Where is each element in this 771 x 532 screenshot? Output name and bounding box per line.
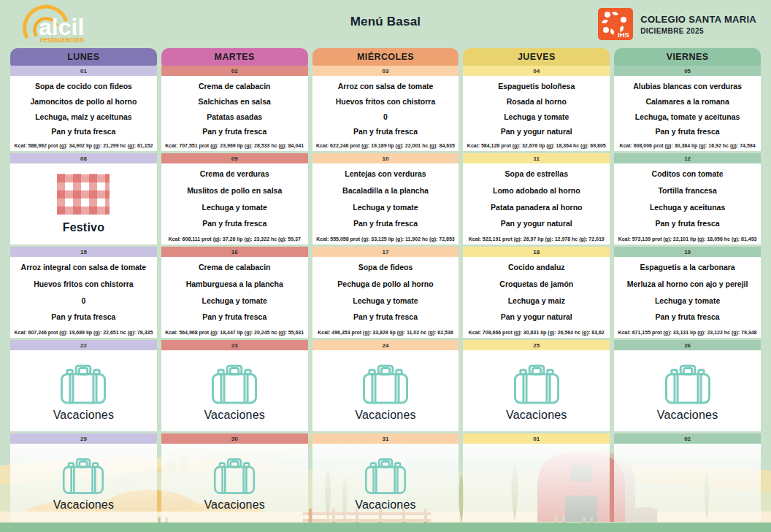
day-cell: 23Vacaciones [161,340,308,433]
vacaciones-label: Vacaciones [204,409,265,422]
vacaciones-label: Vacaciones [355,409,416,422]
day-cell: 16Crema de calabacinHamburguesa a la pla… [161,247,308,340]
menu-item: Sopa de fideos [315,263,456,272]
menu-item: Pan y fruta fresca [164,128,305,136]
menu-item: Pan y yogur natural [466,220,607,228]
menu-item: Pan y fruta fresca [617,128,758,136]
column-header-miercoles: MIÉRCOLES [312,48,459,66]
day-content [463,444,610,522]
menu-item: Salchichas en salsa [164,98,305,107]
day-cell: 05Alubias blancas con verdurasCalamares … [614,66,761,153]
day-number: 16 [161,247,308,257]
picnic-blanket-image [57,174,110,215]
nutrition-line: Kcal: 707,551 prot (g): 23,969 lip (g): … [164,143,305,148]
suitcase-icon [53,454,114,496]
day-number: 11 [463,153,610,163]
day-number: 04 [463,66,610,76]
page-header: alcil restauración Menú Basal IHS COLEGI… [0,0,771,45]
day-number: 09 [161,153,308,163]
festivo-label: Festivo [63,221,104,234]
day-number: 23 [161,340,308,350]
menu-item: Lechuga y tomate [617,297,758,306]
menu-item: Crema de verduras [164,170,305,179]
menu-item: Merluza al horno con ajo y perejil [617,280,758,289]
day-content: Espaguetis boloñesaRosada al hornoLechug… [463,76,610,151]
alcil-logo: alcil restauración [15,4,124,44]
day-content: Lentejas con verdurasBacaladilla a la pl… [312,163,459,244]
menu-item: Espaguetis boloñesa [466,82,607,91]
day-cell: 24Vacaciones [312,340,459,433]
menu-item: Rosada al horno [466,98,607,107]
menu-item: Sopa de cocido con fideos [13,82,154,91]
suitcase-icon [656,360,720,406]
menu-item: Lechuga y tomate [164,297,305,306]
menu-item: Lomo adobado al horno [466,187,607,196]
column-lunes: LUNES01Sopa de cocido con fideosJamoncit… [10,48,157,522]
menu-item: Pan y fruta fresca [315,313,456,322]
column-jueves: JUEVES04Espaguetis boloñesaRosada al hor… [463,48,610,522]
nutrition-line: Kcal: 708,666 prot (g): 30,831 lip (g): … [466,330,607,335]
menu-item: Arroz integral con salsa de tomate [13,263,154,272]
vacaciones-label: Vacaciones [204,498,265,512]
menu-item: Pan y fruta fresca [617,220,758,228]
day-content: Sopa de fideosPechuga de pollo al hornoL… [312,257,459,338]
vacaciones-label: Vacaciones [657,409,718,422]
menu-item: Tortilla francesa [617,187,758,196]
day-content: Crema de calabacinSalchichas en salsaPat… [161,76,308,151]
day-content: Cocido andaluzCroquetas de jamónLechuga … [463,257,610,338]
day-content: Crema de verdurasMuslitos de pollo en sa… [161,163,308,244]
day-cell: 09Crema de verdurasMuslitos de pollo en … [161,153,308,247]
day-number: 12 [614,153,761,163]
menu-item: Pan y fruta fresca [13,128,154,136]
day-number: 22 [10,340,157,350]
day-number: 24 [312,340,459,350]
day-number: 08 [10,153,157,163]
nutrition-line: Kcal: 588,992 prot (g): 34,902 lip (g): … [13,143,154,148]
day-cell: 31Vacaciones [312,433,459,522]
menu-item: Pan y fruta fresca [617,313,758,322]
menu-item: Pan y yogur natural [466,128,607,136]
menu-item: Pan y fruta fresca [164,220,305,228]
day-cell: 17Sopa de fideosPechuga de pollo al horn… [312,247,459,340]
day-number: 03 [312,66,459,76]
menu-item: Lechuga y tomate [315,297,456,306]
menu-item: Arroz con salsa de tomate [315,82,456,91]
menu-item: Patata panadera al horno [466,204,607,212]
nutrition-line: Kcal: 555,058 prot (g): 33,125 lip (g): … [315,236,456,242]
day-content: Vacaciones [463,350,610,431]
day-cell: 26Vacaciones [614,340,761,433]
menu-item: Espaguetis a la carbonara [617,263,758,272]
day-number: 25 [463,340,610,350]
menu-item: Muslitos de pollo en salsa [164,187,305,196]
ihs-emblem-icon: IHS [598,8,633,40]
day-content: Sopa de cocido con fideosJamoncitos de p… [10,76,157,151]
suitcase-icon [202,360,266,406]
nutrition-line: Kcal: 671,155 prot (g): 33,131 lip (g): … [617,330,758,335]
svg-text:IHS: IHS [618,31,629,39]
day-content: Festivo [10,163,157,244]
day-cell: 30Vacaciones [161,433,308,522]
nutrition-line: Kcal: 496,353 prot (g): 33,829 lip (g): … [315,330,456,335]
column-header-jueves: JUEVES [463,48,610,66]
day-cell: 19Espaguetis a la carbonaraMerluza al ho… [614,247,761,340]
day-number: 02 [161,66,308,76]
menu-item: Lechuga y maiz [466,297,607,306]
menu-item: Pan y fruta fresca [315,128,456,136]
menu-item: Hamburguesa a la plancha [164,280,305,289]
day-number: 26 [614,340,761,350]
day-cell: 02 [614,433,761,522]
menu-item: Lechuga y tomate [164,204,305,212]
day-cell: 29Vacaciones [10,433,157,522]
day-content [614,444,761,522]
menu-item: Croquetas de jamón [466,280,607,289]
menu-item: Pechuga de pollo al horno [315,280,456,289]
day-content: Crema de calabacinHamburguesa a la planc… [161,257,308,338]
day-content: Arroz con salsa de tomateHuevos fritos c… [312,76,459,151]
page-title: Menú Basal [350,15,421,29]
day-cell: 10Lentejas con verdurasBacaladilla a la … [312,153,459,247]
day-cell: 01 [463,433,610,522]
school-header: IHS COLEGIO SANTA MARIA DICIEMBRE 2025 [598,8,756,40]
nutrition-line: Kcal: 584,128 prot (g): 32,676 lip (g): … [466,143,607,148]
nutrition-line: Kcal: 608,006 prot (g): 30,384 lip (g): … [617,143,758,148]
day-number: 01 [10,66,157,76]
